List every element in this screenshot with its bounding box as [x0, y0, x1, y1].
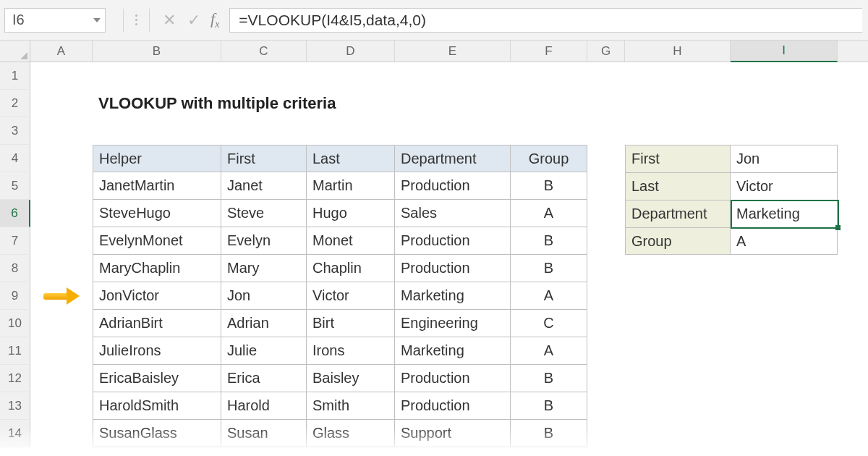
table-cell[interactable]: Jon: [221, 282, 307, 310]
table-cell[interactable]: Hugo: [307, 200, 395, 227]
row-header[interactable]: 2: [0, 90, 30, 117]
lookup-value[interactable]: Victor: [731, 172, 838, 200]
cell[interactable]: [30, 365, 93, 392]
lookup-label[interactable]: Last: [625, 172, 731, 200]
cell[interactable]: [587, 365, 625, 392]
table-cell[interactable]: Chaplin: [307, 255, 395, 282]
cell[interactable]: [93, 117, 221, 145]
formula-input[interactable]: =VLOOKUP(I4&I5,data,4,0): [229, 8, 862, 33]
table-cell[interactable]: SusanGlass: [93, 420, 221, 447]
table-cell[interactable]: SteveHugo: [93, 200, 221, 227]
cell[interactable]: [625, 310, 731, 337]
cell[interactable]: [30, 420, 93, 447]
accept-icon[interactable]: ✓: [182, 11, 206, 30]
cell[interactable]: [587, 145, 625, 172]
cell[interactable]: [625, 420, 731, 447]
drag-handle-icon[interactable]: [131, 14, 142, 25]
name-box[interactable]: I6: [4, 8, 106, 33]
cell[interactable]: [587, 392, 625, 420]
row-header[interactable]: 11: [0, 337, 30, 365]
table-cell[interactable]: MaryChaplin: [93, 255, 221, 282]
cell[interactable]: [515, 90, 553, 117]
cell[interactable]: [731, 337, 838, 365]
cell[interactable]: [731, 117, 838, 145]
row-header[interactable]: 1: [0, 62, 30, 90]
table-header[interactable]: Helper: [93, 145, 221, 172]
table-cell[interactable]: Irons: [307, 337, 395, 365]
table-cell[interactable]: B: [511, 365, 587, 392]
table-cell[interactable]: Birt: [307, 310, 395, 337]
row-header[interactable]: 10: [0, 310, 30, 337]
cell[interactable]: [30, 172, 93, 200]
cell[interactable]: [395, 62, 511, 90]
fx-icon[interactable]: fx: [206, 9, 229, 30]
row-header[interactable]: 12: [0, 365, 30, 392]
row-header[interactable]: 8: [0, 255, 30, 282]
cell[interactable]: [587, 282, 625, 310]
row-header[interactable]: 7: [0, 227, 30, 255]
cell[interactable]: [731, 282, 838, 310]
table-cell[interactable]: Sales: [395, 200, 511, 227]
table-cell[interactable]: Production: [395, 172, 511, 200]
column-header[interactable]: D: [307, 41, 395, 62]
table-cell[interactable]: A: [511, 200, 587, 227]
table-cell[interactable]: B: [511, 172, 587, 200]
cell[interactable]: [625, 337, 731, 365]
cell[interactable]: [625, 62, 731, 90]
row-header[interactable]: 5: [0, 172, 30, 200]
cell[interactable]: [731, 392, 838, 420]
table-cell[interactable]: B: [511, 255, 587, 282]
cell[interactable]: [511, 117, 587, 145]
cell[interactable]: [587, 255, 625, 282]
table-cell[interactable]: Engineering: [395, 310, 511, 337]
lookup-value[interactable]: Marketing: [731, 200, 838, 227]
table-cell[interactable]: Adrian: [221, 310, 307, 337]
table-cell[interactable]: JanetMartin: [93, 172, 221, 200]
table-cell[interactable]: Baisley: [307, 365, 395, 392]
table-cell[interactable]: JonVictor: [93, 282, 221, 310]
spreadsheet-grid[interactable]: 1 2 VLOOKUP with multiple criteria 3 4: [0, 62, 868, 447]
column-header[interactable]: F: [511, 41, 587, 62]
table-cell[interactable]: A: [511, 282, 587, 310]
table-cell[interactable]: JulieIrons: [93, 337, 221, 365]
lookup-value[interactable]: Jon: [731, 145, 838, 172]
cell[interactable]: [731, 62, 838, 90]
cell[interactable]: [30, 227, 93, 255]
table-header[interactable]: Department: [395, 145, 511, 172]
cell[interactable]: [625, 117, 731, 145]
table-cell[interactable]: EvelynMonet: [93, 227, 221, 255]
cell[interactable]: [731, 420, 838, 447]
table-cell[interactable]: B: [511, 392, 587, 420]
column-header[interactable]: E: [395, 41, 511, 62]
table-cell[interactable]: Mary: [221, 255, 307, 282]
cell[interactable]: [587, 227, 625, 255]
table-cell[interactable]: Julie: [221, 337, 307, 365]
cell[interactable]: [587, 200, 625, 227]
column-header[interactable]: H: [625, 41, 731, 62]
chevron-down-icon[interactable]: [93, 18, 101, 22]
cell[interactable]: [731, 365, 838, 392]
cell[interactable]: [731, 255, 838, 282]
cell[interactable]: [731, 310, 838, 337]
table-header[interactable]: Last: [307, 145, 395, 172]
table-cell[interactable]: Production: [395, 365, 511, 392]
column-header[interactable]: B: [93, 41, 221, 62]
cell[interactable]: [30, 310, 93, 337]
cell[interactable]: [511, 62, 587, 90]
lookup-label[interactable]: Department: [625, 200, 731, 227]
row-header[interactable]: 14: [0, 420, 30, 447]
table-cell[interactable]: HaroldSmith: [93, 392, 221, 420]
cell[interactable]: [307, 117, 395, 145]
table-cell[interactable]: EricaBaisley: [93, 365, 221, 392]
table-cell[interactable]: Production: [395, 255, 511, 282]
table-cell[interactable]: Marketing: [395, 282, 511, 310]
column-header[interactable]: I: [731, 41, 838, 62]
cell[interactable]: [221, 62, 307, 90]
table-cell[interactable]: B: [511, 227, 587, 255]
cell[interactable]: [625, 255, 731, 282]
cell[interactable]: [553, 90, 658, 117]
cell[interactable]: [30, 145, 93, 172]
table-cell[interactable]: Martin: [307, 172, 395, 200]
column-header[interactable]: C: [221, 41, 307, 62]
table-cell[interactable]: Erica: [221, 365, 307, 392]
